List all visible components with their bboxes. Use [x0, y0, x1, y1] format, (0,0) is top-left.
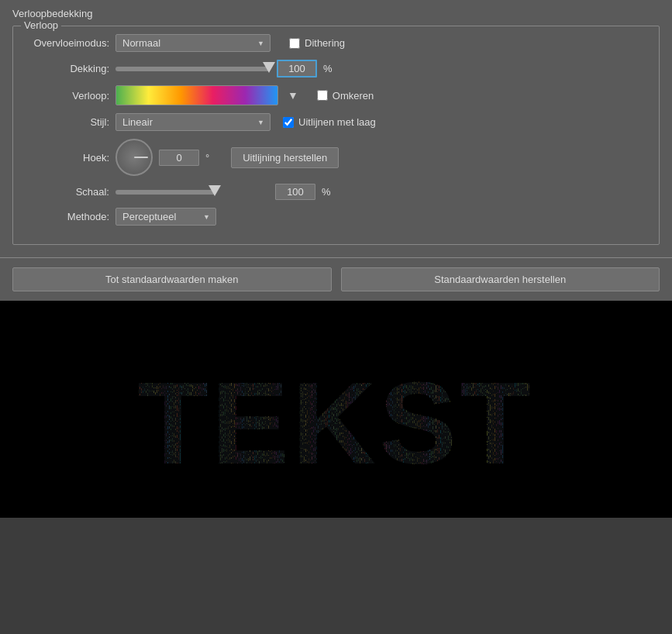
schaal-input[interactable]: 100	[275, 184, 315, 200]
schaal-label: Schaal:	[24, 186, 109, 198]
hoek-label: Hoek:	[24, 152, 109, 164]
bottom-buttons: Tot standaardwaarden maken Standaardwaar…	[0, 257, 672, 301]
dekking-percent: %	[323, 63, 333, 74]
methode-row: Methode: Perceptueel Lineair Klassiek	[24, 208, 648, 226]
verloop-label: Verloop:	[24, 90, 109, 102]
overvloeimodus-select[interactable]: Normaal Oplossen Donkerder Vermenigvuldi…	[115, 34, 271, 52]
angle-knob[interactable]	[115, 139, 153, 176]
schaal-percent: %	[322, 186, 331, 198]
schaal-slider-container: 100 %	[115, 184, 648, 200]
methode-label: Methode:	[24, 211, 109, 222]
dithering-checkbox[interactable]	[289, 38, 300, 49]
group-box: Verloop Overvloeimodus: Normaal Oplossen…	[12, 26, 660, 245]
uitlijnen-checkbox[interactable]	[283, 117, 294, 128]
stijl-select-wrapper: Lineair Radiaal Hoek Weerspiegeld Ruit	[115, 113, 271, 131]
knob-line	[134, 157, 148, 158]
uitlijning-herstellen-button[interactable]: Uitlijning herstellen	[231, 147, 339, 168]
uitlijnen-group: Uitlijnen met laag	[283, 116, 376, 128]
gradient-preview[interactable]	[115, 85, 278, 105]
group-box-title: Verloop	[21, 19, 61, 31]
standaard-herstellen-button[interactable]: Standaardwaarden herstellen	[341, 267, 660, 291]
stijl-label: Stijl:	[24, 116, 109, 128]
dekking-slider-container: 100 %	[115, 60, 648, 78]
schaal-slider-thumb[interactable]	[208, 185, 221, 196]
dekking-slider-thumb[interactable]	[263, 62, 275, 73]
dekking-slider-track[interactable]	[115, 67, 271, 71]
verloop-row: Verloop: ▼ Omkeren	[24, 85, 648, 105]
angle-knob-container: 0 °	[115, 139, 209, 176]
omkeren-checkbox[interactable]	[317, 90, 328, 101]
standaard-maken-button[interactable]: Tot standaardwaarden maken	[12, 267, 332, 291]
dekking-row: Dekking: 100 %	[24, 60, 648, 78]
schaal-row: Schaal: 100 %	[24, 184, 648, 200]
methode-select-wrapper: Perceptueel Lineair Klassiek	[115, 208, 216, 226]
overvloeimodus-select-wrapper: Normaal Oplossen Donkerder Vermenigvuldi…	[115, 34, 271, 52]
stijl-select[interactable]: Lineair Radiaal Hoek Weerspiegeld Ruit	[115, 113, 271, 131]
omkeren-label: Omkeren	[333, 90, 374, 102]
panel-title: Verloopbedekking	[12, 8, 660, 19]
top-panel: Verloopbedekking Verloop Overvloeimodus:…	[0, 0, 672, 257]
overvloeimodus-row: Overvloeimodus: Normaal Oplossen Donkerd…	[24, 34, 648, 52]
overvloeimodus-label: Overvloeimodus:	[24, 37, 109, 49]
canvas-text-dark: TEKST	[137, 358, 534, 488]
dithering-label: Dithering	[305, 37, 345, 49]
degree-symbol: °	[205, 152, 209, 164]
schaal-slider-track[interactable]	[115, 190, 216, 195]
dithering-group: Dithering	[289, 37, 345, 49]
omkeren-group: Omkeren	[317, 90, 374, 102]
methode-select[interactable]: Perceptueel Lineair Klassiek	[115, 208, 216, 226]
stijl-row: Stijl: Lineair Radiaal Hoek Weerspiegeld…	[24, 113, 648, 131]
hoek-input[interactable]: 0	[159, 150, 199, 166]
hoek-row: Hoek: 0 ° Uitlijning herstellen	[24, 139, 648, 176]
gradient-dropdown-btn[interactable]: ▼	[288, 89, 298, 102]
dekking-input[interactable]: 100	[277, 60, 317, 78]
dekking-label: Dekking:	[24, 63, 109, 74]
canvas-area: TEKST TEKST	[0, 301, 672, 518]
canvas-bg-svg: TEKST TEKST	[0, 301, 672, 518]
uitlijnen-label: Uitlijnen met laag	[298, 116, 376, 128]
